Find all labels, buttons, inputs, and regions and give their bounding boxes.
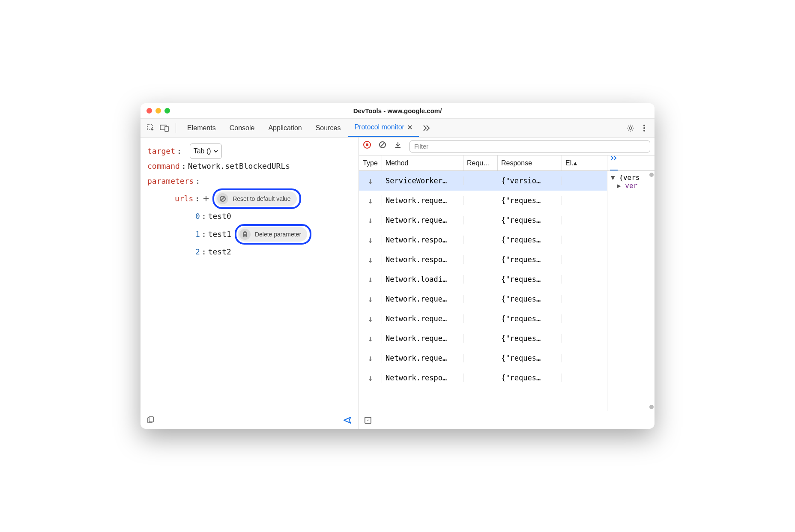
reset-callout: Reset to default value <box>212 188 301 209</box>
more-detail-tabs-icon[interactable] <box>610 155 618 170</box>
inspect-element-icon[interactable] <box>145 122 157 134</box>
table-row[interactable]: ↓ServiceWorker…{"versio… <box>359 171 607 191</box>
send-command-icon[interactable] <box>343 416 353 424</box>
filter-input[interactable] <box>409 140 650 152</box>
delete-parameter-button[interactable]: Delete parameter <box>238 227 307 242</box>
col-elapsed[interactable]: El.▴ <box>562 155 589 170</box>
cell-response: {"versio… <box>498 176 562 185</box>
svg-point-3 <box>629 127 632 129</box>
cell-method: Network.reque… <box>382 196 463 205</box>
target-value: Tab () <box>194 145 211 158</box>
scroll-thumb[interactable] <box>649 405 654 409</box>
cell-method: Network.reque… <box>382 216 463 224</box>
caret-down-icon[interactable]: ▼ <box>611 173 619 182</box>
detail-body[interactable]: ▼ {vers ▶ ver <box>607 171 655 411</box>
col-method[interactable]: Method <box>382 155 463 170</box>
table-row[interactable]: ↓Network.respo…{"reques… <box>359 368 607 388</box>
toggle-drawer-icon[interactable] <box>364 416 372 424</box>
close-tab-icon[interactable] <box>407 124 413 130</box>
incoming-icon: ↓ <box>368 294 373 304</box>
record-icon[interactable] <box>363 141 374 152</box>
incoming-icon: ↓ <box>368 195 373 206</box>
close-window-button[interactable] <box>146 108 152 114</box>
devtools-window: DevTools - www.google.com/ Elements Cons… <box>140 103 655 429</box>
tab-label: Protocol monitor <box>354 123 404 131</box>
svg-rect-11 <box>366 143 368 146</box>
incoming-icon: ↓ <box>368 333 373 344</box>
devtools-tabbar: Elements Console Application Sources Pro… <box>140 119 655 137</box>
kebab-menu-icon[interactable] <box>638 122 650 134</box>
col-request[interactable]: Requ… <box>463 155 498 170</box>
copy-icon[interactable] <box>146 416 154 424</box>
parameters-label: parameters <box>147 174 194 188</box>
command-label: command <box>147 159 180 173</box>
table-body[interactable]: ↓ServiceWorker…{"versio…↓Network.reque…{… <box>359 171 607 411</box>
cell-method: Network.respo… <box>382 255 463 264</box>
cell-response: {"reques… <box>498 216 562 224</box>
device-toolbar-icon[interactable] <box>158 122 170 134</box>
detail-pane: ▼ {vers ▶ ver <box>607 155 655 411</box>
target-select[interactable]: Tab () <box>190 143 222 159</box>
settings-icon[interactable] <box>625 122 637 134</box>
cell-response: {"reques… <box>498 314 562 323</box>
incoming-icon: ↓ <box>368 235 373 245</box>
download-icon[interactable] <box>394 141 405 152</box>
tree-child: ver <box>625 182 637 190</box>
table-row[interactable]: ↓Network.reque…{"reques… <box>359 348 607 368</box>
cell-method: Network.loadi… <box>382 275 463 284</box>
reset-to-default-button[interactable]: Reset to default value <box>215 191 296 206</box>
table-row[interactable]: ↓Network.reque…{"reques… <box>359 289 607 309</box>
caret-right-icon[interactable]: ▶ <box>617 182 625 190</box>
table-row[interactable]: ↓Network.reque…{"reques… <box>359 191 607 210</box>
tab-application[interactable]: Application <box>262 119 308 137</box>
delete-tooltip-text: Delete parameter <box>255 229 301 240</box>
cell-response: {"reques… <box>498 295 562 303</box>
event-table: Type Method Requ… Response El.▴ ↓Service… <box>359 155 607 411</box>
svg-rect-2 <box>165 126 168 132</box>
tab-sources[interactable]: Sources <box>310 119 347 137</box>
cell-method: Network.reque… <box>382 314 463 323</box>
url-value[interactable]: test2 <box>208 245 231 259</box>
tab-console[interactable]: Console <box>224 119 261 137</box>
command-editor: target: Tab () command: Network.setBlock… <box>140 137 359 411</box>
scroll-thumb[interactable] <box>649 173 654 177</box>
col-type[interactable]: Type <box>359 155 382 170</box>
table-row[interactable]: ↓Network.reque…{"reques… <box>359 210 607 230</box>
command-value[interactable]: Network.setBlockedURLs <box>188 159 290 173</box>
zoom-window-button[interactable] <box>164 108 170 114</box>
cell-response: {"reques… <box>498 374 562 382</box>
cell-response: {"reques… <box>498 255 562 264</box>
svg-point-5 <box>643 127 645 129</box>
protocol-monitor-pane: Type Method Requ… Response El.▴ ↓Service… <box>359 137 655 429</box>
svg-point-6 <box>643 130 645 132</box>
tab-protocol-monitor[interactable]: Protocol monitor <box>348 119 419 137</box>
url-value[interactable]: test1 <box>208 227 231 242</box>
chevron-down-icon <box>214 150 218 152</box>
window-title: DevTools - www.google.com/ <box>353 107 442 114</box>
incoming-icon: ↓ <box>368 373 373 383</box>
incoming-icon: ↓ <box>368 274 373 284</box>
minimize-window-button[interactable] <box>155 108 161 114</box>
table-row[interactable]: ↓Network.reque…{"reques… <box>359 329 607 348</box>
prohibit-icon <box>217 193 228 204</box>
more-tabs-icon[interactable] <box>421 122 433 134</box>
table-row[interactable]: ↓Network.reque…{"reques… <box>359 309 607 329</box>
clear-icon[interactable] <box>379 141 390 152</box>
editor-footer <box>140 411 359 429</box>
tab-elements[interactable]: Elements <box>181 119 222 137</box>
add-item-icon[interactable] <box>201 194 211 203</box>
url-index: 2 <box>195 245 200 259</box>
incoming-icon: ↓ <box>368 176 373 186</box>
col-response[interactable]: Response <box>498 155 562 170</box>
incoming-icon: ↓ <box>368 215 373 225</box>
monitor-footer <box>359 411 655 429</box>
cell-response: {"reques… <box>498 275 562 284</box>
table-row[interactable]: ↓Network.respo…{"reques… <box>359 230 607 250</box>
url-value[interactable]: test0 <box>208 209 231 224</box>
url-index: 0 <box>195 209 200 224</box>
content-area: target: Tab () command: Network.setBlock… <box>140 137 655 429</box>
table-row[interactable]: ↓Network.respo…{"reques… <box>359 250 607 269</box>
svg-rect-9 <box>149 417 153 422</box>
urls-label: urls <box>175 191 193 206</box>
table-row[interactable]: ↓Network.loadi…{"reques… <box>359 269 607 289</box>
